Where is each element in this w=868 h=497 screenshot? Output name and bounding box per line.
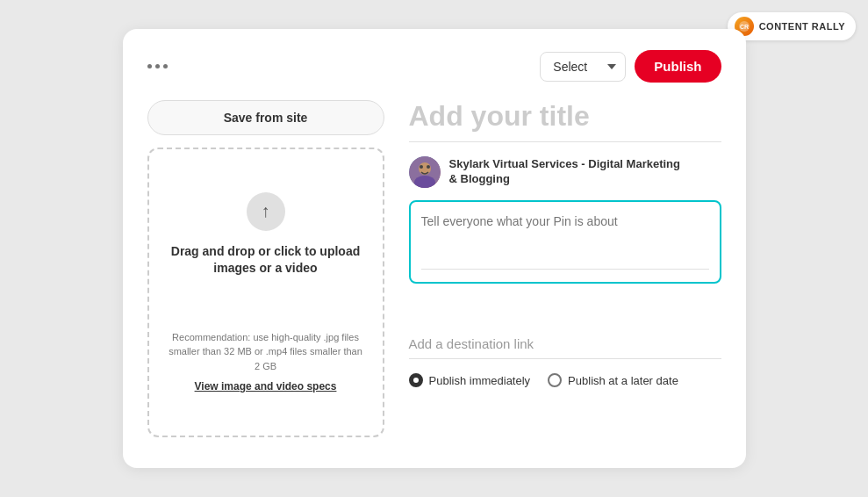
- svg-text:CR: CR: [740, 24, 749, 30]
- publish-options: Publish immediately Publish at a later d…: [409, 373, 721, 387]
- publish-button[interactable]: Publish: [635, 50, 721, 83]
- description-underline: [421, 269, 709, 270]
- top-bar: Select Board 1 Board 2 Publish: [147, 50, 721, 83]
- add-title-placeholder[interactable]: Add your title: [409, 100, 721, 142]
- main-card: Select Board 1 Board 2 Publish Save from…: [123, 29, 746, 468]
- avatar-image: [409, 156, 441, 188]
- description-box[interactable]: [409, 200, 721, 284]
- save-from-site-button[interactable]: Save from site: [147, 100, 384, 135]
- right-panel: Add your title: [409, 100, 721, 437]
- radio-immediately[interactable]: [409, 373, 423, 387]
- account-row: Skylark Virtual Services - Digital Marke…: [409, 156, 721, 188]
- dot-1: [147, 64, 152, 68]
- logo-badge: CR CONTENT RALLY: [728, 12, 856, 40]
- description-input[interactable]: [421, 214, 709, 258]
- svg-point-5: [420, 165, 423, 169]
- upload-area[interactable]: ↑ Drag and drop or click to upload image…: [147, 148, 384, 437]
- top-bar-right: Select Board 1 Board 2 Publish: [540, 50, 721, 83]
- publish-immediately-label: Publish immediately: [429, 374, 531, 387]
- left-panel: Save from site ↑ Drag and drop or click …: [147, 100, 384, 437]
- svg-point-6: [427, 165, 430, 169]
- destination-section: Add a destination link Publish immediate…: [409, 336, 721, 387]
- upload-specs-link[interactable]: View image and video specs: [195, 380, 337, 393]
- board-select[interactable]: Select Board 1 Board 2: [540, 52, 626, 82]
- svg-point-3: [419, 162, 431, 175]
- logo-area: CR CONTENT RALLY: [728, 12, 856, 40]
- avatar: [409, 156, 441, 188]
- destination-label: Add a destination link: [409, 336, 721, 359]
- upload-arrow-icon: ↑: [262, 201, 270, 221]
- page-wrapper: CR CONTENT RALLY Select Board 1 Board 2 …: [0, 0, 868, 497]
- publish-later-option[interactable]: Publish at a later date: [548, 373, 678, 387]
- publish-later-label: Publish at a later date: [568, 374, 678, 387]
- card-body: Save from site ↑ Drag and drop or click …: [147, 100, 721, 437]
- account-name: Skylark Virtual Services - Digital Marke…: [449, 157, 681, 187]
- radio-later[interactable]: [548, 373, 562, 387]
- logo-text: CONTENT RALLY: [759, 21, 845, 32]
- upload-recommendation: Recommendation: use high-quality .jpg fi…: [167, 330, 365, 374]
- publish-immediately-option[interactable]: Publish immediately: [409, 373, 531, 387]
- upload-icon: ↑: [247, 192, 285, 231]
- dot-3: [163, 64, 168, 68]
- dot-2: [155, 64, 160, 68]
- upload-text: Drag and drop or click to upload images …: [167, 243, 365, 277]
- dots-menu[interactable]: [147, 64, 168, 68]
